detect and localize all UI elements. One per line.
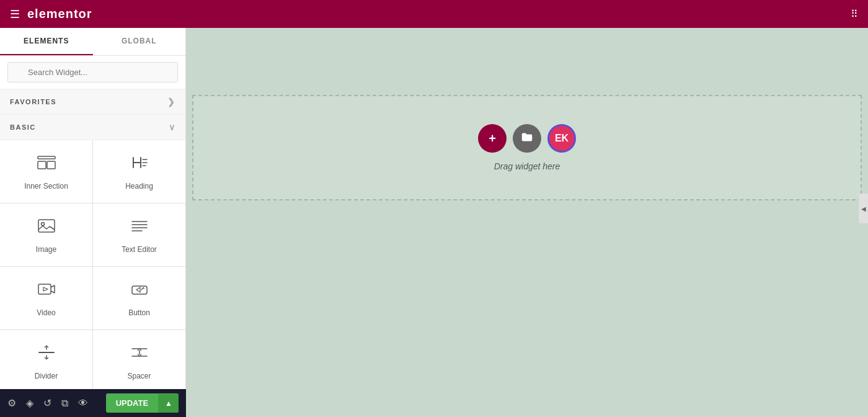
ek-button[interactable]: EK — [547, 124, 576, 153]
widget-heading-label: Heading — [125, 182, 153, 191]
search-container: 🔍 — [0, 56, 185, 89]
action-buttons: + EK — [478, 124, 576, 153]
basic-label: BASIC — [10, 123, 36, 131]
folder-button[interactable] — [513, 124, 541, 153]
basic-chevron: ∨ — [169, 122, 176, 132]
widget-divider-label: Divider — [35, 372, 58, 380]
widget-button[interactable]: Button — [93, 267, 185, 330]
add-section-button[interactable]: + — [478, 124, 507, 153]
svg-rect-1 — [38, 161, 46, 169]
section-favorites[interactable]: FAVORITES ❯ — [0, 89, 185, 115]
widget-video[interactable]: Video — [0, 267, 92, 330]
drag-hint: Drag widget here — [494, 161, 560, 171]
svg-rect-0 — [38, 156, 55, 159]
button-icon — [130, 279, 149, 302]
canvas-area: + EK Drag widget here — [186, 28, 868, 417]
drop-zone: + EK Drag widget here — [192, 95, 862, 200]
elementor-logo: elementor — [27, 7, 92, 21]
svg-rect-3 — [38, 220, 55, 232]
tab-elements[interactable]: ELEMENTS — [0, 28, 93, 55]
section-basic[interactable]: BASIC ∨ — [0, 115, 185, 140]
widget-grid: Inner Section Heading — [0, 140, 185, 389]
hamburger-icon[interactable]: ☰ — [10, 7, 20, 21]
text-editor-icon — [130, 216, 149, 239]
widget-image-label: Image — [36, 245, 56, 254]
add-icon: + — [489, 132, 496, 146]
folder-icon — [520, 130, 534, 147]
image-icon — [37, 216, 56, 239]
header-left: ☰ elementor — [10, 7, 92, 21]
top-header: ☰ elementor ⠿ — [0, 0, 868, 28]
settings-icon[interactable]: ⚙ — [7, 397, 16, 409]
widget-spacer[interactable]: Spacer — [93, 330, 185, 389]
search-input[interactable] — [7, 62, 178, 83]
responsive-icon[interactable]: ⧉ — [61, 398, 68, 409]
widget-sections: FAVORITES ❯ BASIC ∨ — [0, 89, 185, 389]
tab-global[interactable]: GLOBAL — [93, 28, 186, 55]
layers-icon[interactable]: ◈ — [26, 397, 33, 409]
svg-rect-2 — [47, 161, 55, 169]
grid-icon[interactable]: ⠿ — [851, 8, 858, 20]
favorites-chevron: ❯ — [167, 97, 176, 107]
widget-text-editor-label: Text Editor — [122, 245, 157, 254]
update-label: UPDATE — [106, 393, 158, 413]
bottom-bar: ⚙ ◈ ↺ ⧉ 👁 UPDATE ▲ — [0, 389, 186, 417]
widget-button-label: Button — [128, 308, 150, 317]
sidebar: ELEMENTS GLOBAL 🔍 FAVORITES ❯ BASIC ∨ — [0, 28, 186, 417]
widget-divider[interactable]: Divider — [0, 330, 92, 389]
divider-icon — [37, 343, 56, 365]
favorites-label: FAVORITES — [10, 98, 56, 105]
widget-spacer-label: Spacer — [127, 372, 151, 380]
ek-label: EK — [555, 133, 569, 144]
svg-rect-5 — [38, 284, 51, 294]
update-arrow-icon[interactable]: ▲ — [158, 394, 179, 413]
search-wrapper: 🔍 — [7, 62, 178, 83]
update-button[interactable]: UPDATE ▲ — [106, 393, 179, 413]
tabs: ELEMENTS GLOBAL — [0, 28, 185, 56]
history-icon[interactable]: ↺ — [43, 397, 51, 409]
heading-icon — [130, 153, 149, 176]
collapse-handle[interactable]: ◀ — [859, 194, 868, 223]
video-icon — [37, 279, 56, 302]
widget-video-label: Video — [37, 308, 55, 317]
collapse-arrow-icon: ◀ — [861, 205, 866, 212]
main-layout: ELEMENTS GLOBAL 🔍 FAVORITES ❯ BASIC ∨ — [0, 28, 868, 417]
widget-heading[interactable]: Heading — [93, 140, 185, 203]
preview-icon[interactable]: 👁 — [78, 398, 88, 409]
widget-inner-section[interactable]: Inner Section — [0, 140, 92, 203]
widget-text-editor[interactable]: Text Editor — [93, 204, 185, 266]
widget-image[interactable]: Image — [0, 204, 92, 266]
widget-inner-section-label: Inner Section — [24, 182, 68, 191]
spacer-icon — [130, 343, 149, 365]
svg-point-4 — [41, 223, 44, 226]
inner-section-icon — [37, 153, 56, 176]
